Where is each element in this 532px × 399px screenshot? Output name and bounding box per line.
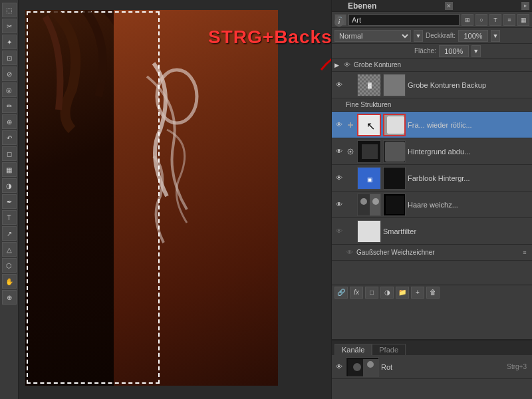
layer-item-haare[interactable]: 👁 Haare weichz... [332, 192, 532, 218]
layer-mask-fra [383, 114, 406, 136]
tab-pfade[interactable]: Pfade [372, 344, 406, 355]
layer-name-hintergrund: Hintergrund abdu... [408, 148, 529, 156]
layer-item-hintergrund[interactable]: 👁 Hintergrund abdu... [332, 138, 532, 165]
svg-text:▓: ▓ [368, 82, 372, 89]
layer-type-smartfilter [346, 227, 355, 236]
svg-rect-8 [387, 116, 404, 134]
tool-spot[interactable]: ◎ [2, 82, 17, 97]
tool-magic[interactable]: ✦ [2, 35, 17, 49]
layer-eye-grobe-konturen[interactable]: 👁 [342, 61, 352, 70]
layer-item-backup[interactable]: 👁 ▓ Grobe Konturen Backup [332, 72, 532, 98]
filter-more-btn[interactable]: ▦ [517, 14, 529, 26]
layer-eye-haare[interactable]: 👁 [334, 200, 344, 209]
opacity-arrow[interactable]: ▼ [491, 30, 500, 42]
tool-zoom[interactable]: ⊕ [2, 290, 17, 305]
layer-thumb-fra: ↖ [357, 114, 381, 136]
canvas-area: STRG+Backspace [19, 0, 331, 399]
opacity-label: Deckkraft: [426, 32, 456, 39]
layer-link-fra [346, 120, 355, 130]
svg-rect-25 [358, 220, 380, 243]
delete-layer-btn[interactable]: 🗑 [426, 287, 440, 299]
layer-thumb-smartfilter [357, 220, 381, 243]
tool-path[interactable]: ↗ [2, 226, 17, 241]
tool-eyedropper[interactable]: ⊘ [2, 66, 17, 81]
layer-name-backup: Grobe Konturen Backup [408, 81, 529, 89]
fill-label: Fläche: [414, 47, 436, 55]
tool-brush[interactable]: ✏ [2, 98, 17, 113]
tool-clone[interactable]: ⊛ [2, 114, 17, 129]
tool-shape[interactable]: △ [2, 242, 17, 257]
tool-eraser[interactable]: ◻ [2, 146, 17, 161]
new-layer-btn[interactable]: + [411, 287, 424, 299]
tool-crop[interactable]: ⊡ [2, 51, 17, 65]
link-layers-btn[interactable]: 🔗 [334, 287, 348, 299]
panel-scroll-btn[interactable]: ▸ [521, 2, 529, 10]
layer-eye-smartfilter[interactable]: 👁 [334, 227, 344, 236]
annotation-text: STRG+Backspace [208, 27, 331, 48]
fill-row: Fläche: ▼ [332, 44, 532, 59]
annotation-overlay: STRG+Backspace [208, 27, 331, 48]
filter-circle-btn[interactable]: ○ [475, 14, 487, 26]
tool-3d[interactable]: ⬡ [2, 258, 17, 273]
filter-text-btn[interactable]: T [489, 14, 501, 26]
tool-type[interactable]: T [2, 210, 17, 225]
layer-item-gauss[interactable]: 👁 Gaußscher Weichzeichner ≡ [332, 245, 532, 261]
svg-rect-20 [370, 194, 380, 216]
layers-actions: 🔗 fx □ ◑ 📁 + 🗑 [332, 285, 532, 299]
panel-topbar: i Ebenen ✕ ▸ [332, 0, 532, 12]
blend-mode-arrow[interactable]: ▼ [414, 30, 423, 42]
adjustment-btn[interactable]: ◑ [380, 287, 394, 299]
layer-eye-backup[interactable]: 👁 [334, 80, 344, 90]
layer-mask-haare [383, 194, 406, 216]
layer-thumb-backup: ▓ [357, 74, 381, 96]
tool-lasso[interactable]: ✂ [2, 19, 17, 33]
layer-item-fra[interactable]: 👁 ↖ Fra... wieder rötlic... [332, 112, 532, 138]
panel-close-btn[interactable]: ✕ [445, 2, 453, 10]
svg-point-10 [350, 150, 352, 152]
fill-arrow[interactable]: ▼ [471, 45, 481, 57]
layer-eye-gauss[interactable]: 👁 [345, 248, 354, 257]
layer-eye-fra[interactable]: 👁 [334, 120, 344, 130]
svg-text:▣: ▣ [367, 176, 373, 183]
layer-item-smartfilter[interactable]: 👁 Smartfilter [332, 218, 532, 245]
svg-rect-4 [384, 74, 405, 96]
layer-name-farblook: Farblook Hintergr... [408, 174, 529, 182]
channel-name-rot: Rot [381, 363, 505, 371]
channel-row-rot[interactable]: 👁 Rot Strg+3 [332, 355, 532, 379]
tool-marquee[interactable]: ⬚ [2, 3, 17, 17]
layer-mask-farblook [383, 167, 406, 190]
layer-gauss-icon: ≡ [520, 248, 529, 257]
layer-name-haare: Haare weichz... [408, 201, 529, 209]
left-toolbar: ⬚ ✂ ✦ ⊡ ⊘ ◎ ✏ ⊛ ↶ ◻ ▦ ◑ ✒ T ↗ △ ⬡ ✋ ⊕ [0, 0, 19, 399]
fill-input[interactable] [439, 45, 469, 57]
bottom-tabs: Kanäle Pfade [332, 340, 532, 355]
tab-kanale[interactable]: Kanäle [334, 344, 372, 355]
fx-btn[interactable]: fx [350, 287, 363, 299]
blend-mode-select[interactable]: Normal [334, 30, 411, 42]
opacity-input[interactable] [458, 30, 488, 42]
tool-gradient[interactable]: ▦ [2, 162, 17, 177]
group-btn[interactable]: 📁 [396, 287, 409, 299]
layer-item-farblook[interactable]: 👁 ▣ Farblook Hintergr... [332, 165, 532, 192]
channel-eye-rot[interactable]: 👁 [334, 362, 344, 372]
tool-dodge[interactable]: ◑ [2, 178, 17, 193]
filter-effect-btn[interactable]: ≡ [503, 14, 515, 26]
mask-btn[interactable]: □ [365, 287, 378, 299]
annotation-arrow-svg [315, 30, 331, 83]
filter-image-btn[interactable]: ⊞ [462, 14, 473, 26]
layer-eye-farblook[interactable]: 👁 [334, 174, 344, 183]
layer-eye-hintergrund[interactable]: 👁 [334, 147, 344, 156]
svg-text:↖: ↖ [366, 120, 375, 132]
tool-hand[interactable]: ✋ [2, 274, 17, 289]
fine-strukturen-header: Fine Strukturen [332, 98, 532, 112]
svg-rect-14 [385, 142, 405, 162]
tool-history[interactable]: ↶ [2, 130, 17, 145]
fine-strukturen-label: Fine Strukturen [346, 101, 391, 108]
svg-point-22 [372, 198, 379, 205]
canvas-image [25, 10, 278, 386]
search-input[interactable] [348, 14, 460, 26]
bottom-panel: Kanäle Pfade 👁 Rot Strg+3 [332, 339, 532, 399]
search-bar: 🔍 ⊞ ○ T ≡ ▦ [332, 12, 532, 28]
layers-list[interactable]: ▶ 👁 Grobe Konturen 👁 ▓ Grobe Konturen Ba… [332, 59, 532, 285]
tool-pen[interactable]: ✒ [2, 194, 17, 209]
